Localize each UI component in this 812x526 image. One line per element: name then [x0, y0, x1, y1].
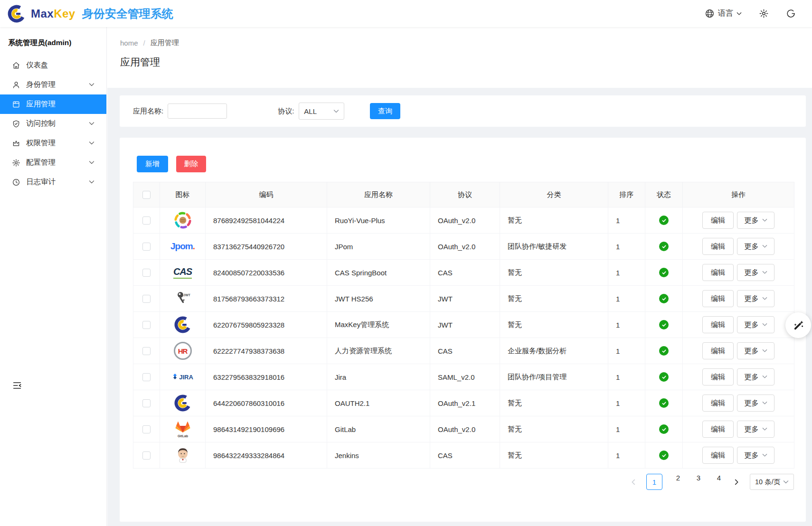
table-row: 876892492581044224 RuoYi-Vue-Plus OAuth_…: [133, 207, 794, 234]
more-button[interactable]: 更多: [737, 368, 774, 385]
config-icon: [12, 159, 20, 167]
table-row: 644220607860310016 OAUTH2.1 OAuth_v2.1 暂…: [133, 390, 794, 416]
edit-button[interactable]: 编辑: [702, 238, 734, 255]
app-category: 团队协作/敏捷研发: [500, 234, 608, 260]
app-name: 人力资源管理系统: [327, 338, 430, 364]
row-checkbox[interactable]: [142, 399, 151, 407]
app-sort: 1: [608, 286, 645, 312]
status-enabled-badge: [659, 372, 669, 382]
app-category: 团队协作/项目管理: [500, 364, 608, 390]
app-name: RuoYi-Vue-Plus: [327, 207, 430, 234]
language-selector[interactable]: 语言: [705, 9, 742, 19]
app-code: 622076759805923328: [206, 312, 327, 338]
menu-fold-icon[interactable]: [12, 380, 22, 391]
row-checkbox[interactable]: [142, 425, 151, 433]
edit-button[interactable]: 编辑: [702, 342, 734, 359]
edit-button[interactable]: 编辑: [702, 368, 734, 385]
app-category: 暂无: [500, 390, 608, 416]
column-header-4: 协议: [430, 182, 500, 207]
edit-button[interactable]: 编辑: [702, 447, 734, 464]
edit-button[interactable]: 编辑: [702, 212, 734, 229]
filter-card: 应用名称: 协议: ALL 查询: [120, 95, 806, 127]
row-checkbox[interactable]: [142, 347, 151, 355]
more-button[interactable]: 更多: [737, 316, 774, 333]
add-button[interactable]: 新增: [137, 156, 168, 172]
status-enabled-badge: [659, 320, 669, 329]
chevron-down-icon: [762, 401, 767, 405]
sidebar-item-identity[interactable]: 身份管理: [0, 75, 106, 94]
app-sort: 1: [608, 442, 645, 469]
edit-button[interactable]: 编辑: [702, 316, 734, 333]
floating-tool-button[interactable]: [785, 312, 811, 338]
next-page-icon[interactable]: [735, 479, 739, 485]
more-button[interactable]: 更多: [737, 447, 774, 464]
sidebar-item-permission[interactable]: 权限管理: [0, 133, 106, 153]
page-number-3[interactable]: 3: [694, 474, 703, 490]
apps-icon: [12, 100, 20, 109]
protocol-select[interactable]: ALL: [299, 103, 344, 120]
sidebar-item-access[interactable]: 访问控制: [0, 114, 106, 133]
page-title: 应用管理: [120, 56, 812, 69]
content: 应用名称: 协议: ALL 查询 新增 删除: [107, 88, 812, 522]
app-code: 824008507220033536: [206, 260, 327, 286]
more-button[interactable]: 更多: [737, 342, 774, 359]
sidebar-item-label: 配置管理: [26, 158, 83, 168]
more-button[interactable]: 更多: [737, 264, 774, 281]
breadcrumb-home[interactable]: home: [120, 39, 138, 47]
page-number-4[interactable]: 4: [714, 474, 724, 490]
page-number-1[interactable]: 1: [646, 474, 662, 490]
app-name-input[interactable]: [168, 103, 227, 119]
edit-button[interactable]: 编辑: [702, 290, 734, 307]
brand-max: Max: [31, 7, 54, 20]
chevron-down-icon: [762, 271, 767, 274]
edit-button[interactable]: 编辑: [702, 264, 734, 281]
page-head: home / 应用管理 应用管理: [107, 27, 812, 88]
prev-page-icon[interactable]: [631, 479, 635, 485]
row-checkbox[interactable]: [142, 216, 151, 225]
chevron-down-icon: [89, 122, 94, 126]
status-enabled-badge: [659, 451, 669, 460]
more-button[interactable]: 更多: [737, 421, 774, 438]
app-sort: 1: [608, 364, 645, 390]
search-button[interactable]: 查询: [370, 103, 400, 119]
edit-button[interactable]: 编辑: [702, 421, 734, 438]
more-button[interactable]: 更多: [737, 290, 774, 307]
logout-icon[interactable]: [786, 9, 796, 19]
row-checkbox[interactable]: [142, 269, 151, 277]
sidebar: 系统管理员(admin) 仪表盘 身份管理 应用管理 访问控制 权限管理 配置管…: [0, 27, 107, 526]
chevron-down-icon: [762, 349, 767, 353]
more-button[interactable]: 更多: [737, 394, 774, 412]
edit-button[interactable]: 编辑: [702, 394, 734, 412]
table-row: 622076759805923328 MaxKey管理系统 JWT 暂无 1 编…: [133, 312, 794, 338]
row-checkbox[interactable]: [142, 321, 151, 329]
row-checkbox[interactable]: [142, 451, 151, 460]
status-enabled-badge: [659, 398, 669, 408]
page-number-2[interactable]: 2: [673, 474, 683, 490]
row-checkbox[interactable]: [142, 243, 151, 251]
chevron-down-icon: [89, 83, 94, 87]
sidebar-item-apps[interactable]: 应用管理: [0, 94, 106, 114]
top-actions: 语言: [705, 9, 796, 19]
top-bar: MaxKey 身份安全管理系统 语言: [0, 0, 812, 27]
table-row: Jpom. 837136275440926720 JPom OAuth_v2.0…: [133, 234, 794, 260]
sidebar-item-audit[interactable]: 日志审计: [0, 172, 106, 192]
jpom-logo: Jpom.: [160, 236, 205, 257]
sidebar-item-label: 权限管理: [26, 138, 83, 148]
sidebar-item-label: 日志审计: [26, 177, 83, 187]
page-size-select[interactable]: 10 条/页: [750, 474, 794, 490]
sidebar-item-dashboard[interactable]: 仪表盘: [0, 56, 106, 75]
row-checkbox[interactable]: [142, 373, 151, 381]
chevron-down-icon: [762, 427, 767, 431]
more-button[interactable]: 更多: [737, 238, 774, 255]
delete-button[interactable]: 删除: [176, 156, 206, 172]
jira-logo: JIRA: [160, 366, 205, 387]
more-button[interactable]: 更多: [737, 212, 774, 229]
access-icon: [12, 120, 20, 128]
pagination: 1234 10 条/页: [631, 474, 794, 490]
settings-gear-icon[interactable]: [759, 9, 769, 19]
select-all-checkbox[interactable]: [142, 191, 151, 199]
row-checkbox[interactable]: [142, 295, 151, 303]
app-code: 817568793663373312: [206, 286, 327, 312]
chevron-down-icon: [783, 480, 789, 484]
sidebar-item-config[interactable]: 配置管理: [0, 153, 106, 172]
